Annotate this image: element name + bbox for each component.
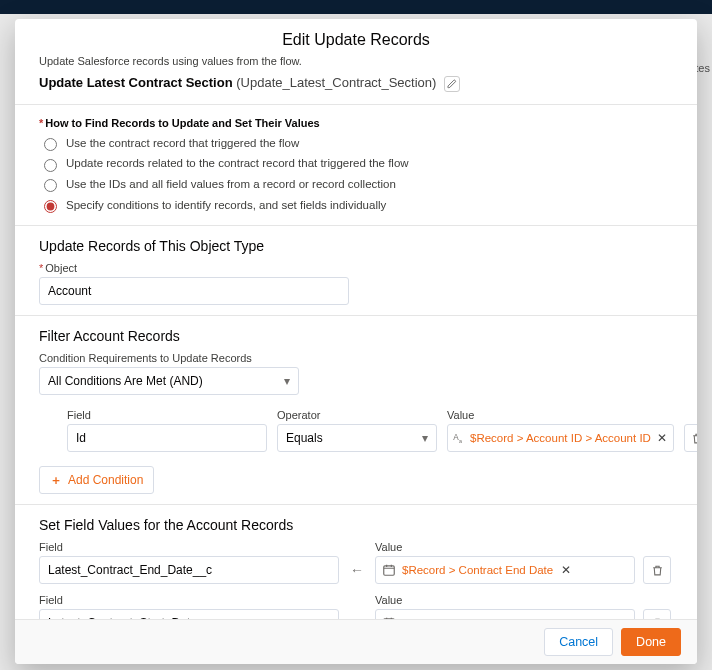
- howto-option-3[interactable]: Specify conditions to identify records, …: [39, 195, 673, 216]
- element-label: Update Latest Contract Section: [39, 75, 233, 90]
- edit-update-records-modal: Edit Update Records Update Salesforce re…: [15, 19, 697, 664]
- svg-text:A: A: [453, 434, 459, 443]
- filter-operator-select[interactable]: Equals ▾: [277, 424, 437, 452]
- chevron-down-icon: ▾: [422, 431, 428, 445]
- howto-option-label: Update records related to the contract r…: [66, 153, 409, 174]
- set-value-row: Field ← Value $Record > Contract Start D…: [39, 594, 673, 619]
- set-field-input[interactable]: [39, 556, 339, 584]
- howto-option-2[interactable]: Use the IDs and all field values from a …: [39, 174, 673, 195]
- object-section: Update Records of This Object Type Objec…: [15, 226, 697, 315]
- svg-rect-2: [384, 566, 395, 575]
- element-name-row: Update Latest Contract Section (Update_L…: [15, 73, 697, 104]
- app-topbar: [0, 0, 712, 14]
- plus-icon: ＋: [50, 472, 62, 489]
- filter-field-input[interactable]: [67, 424, 267, 452]
- set-value-input[interactable]: $Record > Contract End Date ✕: [375, 556, 635, 584]
- edit-name-button[interactable]: [444, 76, 460, 92]
- modal-intro-text: Update Salesforce records using values f…: [15, 57, 697, 73]
- modal-footer: Cancel Done: [15, 619, 697, 664]
- radio-input[interactable]: [44, 159, 57, 172]
- element-api-name: (Update_Latest_Contract_Section): [236, 75, 436, 90]
- set-value-row: Field ← Value $Record > Contract End Dat…: [39, 541, 673, 584]
- howto-option-label: Use the contract record that triggered t…: [66, 133, 299, 154]
- howto-option-label: Specify conditions to identify records, …: [66, 195, 386, 216]
- modal-title: Edit Update Records: [15, 19, 697, 57]
- done-button[interactable]: Done: [621, 628, 681, 656]
- clear-value-button[interactable]: ✕: [655, 431, 669, 445]
- filter-operator-label: Operator: [277, 409, 437, 421]
- delete-assignment-button[interactable]: [643, 609, 671, 619]
- filter-section-heading: Filter Account Records: [39, 328, 673, 344]
- arrow-left-icon: ←: [347, 562, 367, 584]
- set-field-label: Field: [39, 541, 339, 553]
- svg-text:a: a: [459, 438, 462, 444]
- pencil-icon: [447, 79, 457, 89]
- trash-icon: [651, 564, 664, 577]
- chevron-down-icon: ▾: [284, 374, 290, 388]
- set-values-section: Set Field Values for the Account Records…: [15, 505, 697, 619]
- trash-icon: [691, 432, 697, 445]
- clear-value-button[interactable]: ✕: [559, 563, 573, 577]
- howto-option-label: Use the IDs and all field values from a …: [66, 174, 396, 195]
- cond-req-label: Condition Requirements to Update Records: [39, 352, 673, 364]
- delete-assignment-button[interactable]: [643, 556, 671, 584]
- set-value-label: Value: [375, 541, 635, 553]
- text-type-icon: Aa: [452, 431, 466, 445]
- radio-input[interactable]: [44, 200, 57, 213]
- delete-condition-button[interactable]: [684, 424, 697, 452]
- set-field-input[interactable]: [39, 609, 339, 619]
- howto-option-0[interactable]: Use the contract record that triggered t…: [39, 133, 673, 154]
- filter-value-pill: $Record > Account ID > Account ID: [470, 432, 651, 444]
- set-field-label: Field: [39, 594, 339, 606]
- filter-value-input[interactable]: Aa $Record > Account ID > Account ID ✕: [447, 424, 674, 452]
- object-input[interactable]: [39, 277, 349, 305]
- date-icon: [382, 563, 396, 577]
- cancel-button[interactable]: Cancel: [544, 628, 613, 656]
- set-value-label: Value: [375, 594, 635, 606]
- add-condition-label: Add Condition: [68, 473, 143, 487]
- filter-value-label: Value: [447, 409, 674, 421]
- filter-field-label: Field: [67, 409, 267, 421]
- set-values-heading: Set Field Values for the Account Records: [39, 517, 673, 533]
- cond-req-value: All Conditions Are Met (AND): [48, 374, 203, 388]
- howto-option-1[interactable]: Update records related to the contract r…: [39, 153, 673, 174]
- set-value-input[interactable]: $Record > Contract Start Date ✕: [375, 609, 635, 619]
- filter-operator-value: Equals: [286, 431, 323, 445]
- set-value-pill: $Record > Contract End Date: [402, 564, 553, 576]
- howto-section: How to Find Records to Update and Set Th…: [15, 105, 697, 226]
- object-section-heading: Update Records of This Object Type: [39, 238, 673, 254]
- howto-legend: How to Find Records to Update and Set Th…: [39, 117, 673, 129]
- add-condition-button[interactable]: ＋ Add Condition: [39, 466, 154, 494]
- object-field-label: Object: [39, 262, 673, 274]
- radio-input[interactable]: [44, 179, 57, 192]
- radio-input[interactable]: [44, 138, 57, 151]
- filter-section: Filter Account Records Condition Require…: [15, 316, 697, 504]
- cond-req-select[interactable]: All Conditions Are Met (AND) ▾: [39, 367, 299, 395]
